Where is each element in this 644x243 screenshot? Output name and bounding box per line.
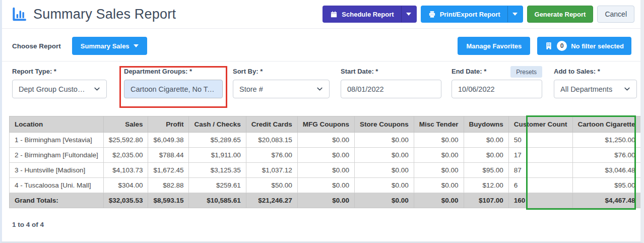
table-cell: $3,125.35	[189, 163, 246, 178]
print-export-dropdown-toggle[interactable]	[507, 6, 523, 22]
table-cell: $1,911.00	[189, 148, 246, 163]
table-cell: $0.00	[414, 133, 464, 148]
table-cell: $1,672.45	[148, 163, 189, 178]
caret-down-icon	[134, 44, 139, 47]
schedule-report-main[interactable]: Schedule Report	[323, 6, 401, 22]
table-cell: $2,035.00	[103, 148, 148, 163]
table-cell: $32,035.53	[103, 193, 148, 208]
table-cell: $16,080.00	[640, 133, 644, 148]
end-date-group: End Date: * Presets	[452, 68, 542, 109]
report-selection-bar: Choose Report Summary Sales Manage Favor…	[2, 31, 640, 60]
column-header: MFG Coupons	[297, 116, 354, 133]
pagination-summary: 1 to 4 of 4	[12, 221, 44, 228]
header-divider	[2, 28, 640, 29]
table-header-row: LocationSalesProfitCash / ChecksCredit C…	[10, 116, 644, 133]
table-cell: $1,037.12	[246, 163, 297, 178]
table-cell: $1,250.00	[572, 133, 640, 148]
column-header: Sales	[103, 116, 148, 133]
table-cell: $0.00	[355, 148, 414, 163]
table-cell: $21,246.27	[246, 193, 297, 208]
column-header: Misc Tender	[414, 116, 464, 133]
table-cell: $0.00	[414, 163, 464, 178]
table-cell: $4,467.48	[572, 193, 640, 208]
table-cell: $0.00	[414, 193, 464, 208]
start-date-label: Start Date: *	[341, 68, 441, 75]
table-cell: $0.00	[464, 133, 508, 148]
table-cell: $82.88	[148, 178, 189, 193]
report-selector-button[interactable]: Summary Sales	[72, 37, 147, 55]
column-header: Cartoon Cigarette	[572, 116, 640, 133]
choose-report-label: Choose Report	[12, 42, 61, 50]
table-cell: $0.00	[297, 148, 354, 163]
table-cell: 6	[508, 178, 572, 193]
summary-sales-report-page: Summary Sales Report Schedule Report	[0, 0, 644, 243]
table-cell: $107.00	[464, 193, 508, 208]
table-cell: 2 - Birmingham [Fultondale]	[10, 148, 104, 163]
add-to-sales-select[interactable]: All Departments	[554, 80, 637, 98]
table-cell: $0.00	[414, 148, 464, 163]
presets-button[interactable]: Presets	[510, 66, 542, 78]
filters-divider	[2, 61, 640, 62]
column-header: No Tax Depts	[640, 116, 644, 133]
table-cell: $10,585.61	[189, 193, 246, 208]
table-cell: $0.00	[297, 193, 354, 208]
grand-totals-row: Grand Totals:$32,035.53$8,593.15$10,585.…	[10, 193, 644, 208]
table-cell: 160	[508, 193, 572, 208]
calendar-icon	[330, 11, 338, 18]
caret-down-icon	[512, 13, 518, 16]
sort-by-select[interactable]: Store #	[233, 80, 330, 98]
department-groups-label: Department Groups: *	[124, 68, 223, 75]
table-cell: $50.00	[246, 178, 297, 193]
table-cell: $0.00	[297, 178, 354, 193]
chevron-down-icon	[94, 86, 100, 92]
manage-favorites-button[interactable]: Manage Favorites	[458, 37, 530, 55]
schedule-report-dropdown-toggle[interactable]	[401, 6, 416, 22]
filter-count-badge: 0	[557, 41, 567, 51]
page-title: Summary Sales Report	[33, 7, 176, 22]
chevron-down-icon	[624, 86, 630, 92]
schedule-report-label: Schedule Report	[342, 11, 394, 18]
department-groups-value: Cartoon Cigarette, No Ta…	[131, 85, 216, 93]
report-type-group: Report Type: * Dept Group Customized	[12, 68, 107, 109]
table-cell: $332.60	[640, 163, 644, 178]
schedule-report-button[interactable]: Schedule Report	[323, 6, 416, 23]
table-cell: $8,593.15	[148, 193, 189, 208]
table-cell: $0.00	[297, 163, 354, 178]
column-header: Location	[10, 116, 104, 133]
column-header: Profit	[148, 116, 189, 133]
start-date-input[interactable]	[341, 80, 441, 98]
department-groups-field[interactable]: Cartoon Cigarette, No Ta…	[124, 80, 223, 98]
print-export-main[interactable]: Print/Export Report	[421, 6, 507, 22]
table-cell: 87	[508, 163, 572, 178]
table-body: 1 - Birmingham [Vestavia]$25,592.80$6,04…	[10, 133, 644, 208]
report-type-select[interactable]: Dept Group Customized	[12, 80, 107, 98]
table-cell: $95.00	[572, 178, 640, 193]
cancel-button[interactable]: Cancel	[597, 6, 634, 23]
column-header: Store Coupons	[355, 116, 414, 133]
table-cell: $4,103.73	[103, 163, 148, 178]
column-header: Cash / Checks	[189, 116, 246, 133]
table-cell: 4 - Tuscaloosa [Uni. Mall]	[10, 178, 104, 193]
print-export-button[interactable]: Print/Export Report	[421, 6, 523, 23]
report-type-value: Dept Group Customized	[19, 85, 91, 93]
sort-by-value: Store #	[239, 85, 263, 93]
add-to-sales-group: Add to Sales: * All Departments	[554, 68, 637, 109]
end-date-input[interactable]	[452, 80, 542, 98]
table-cell: $95.00	[464, 163, 508, 178]
header-toolbar: Schedule Report Print/Export Report	[323, 6, 634, 23]
caret-down-icon	[406, 13, 411, 16]
generate-report-button[interactable]: Generate Report	[527, 6, 594, 23]
table-cell: $76.00	[572, 148, 640, 163]
report-selector-label: Summary Sales	[81, 42, 130, 50]
bar-chart-icon	[11, 6, 27, 22]
table-cell: $0.00	[355, 178, 414, 193]
start-date-group: Start Date: *	[341, 68, 441, 109]
column-header: Credit Cards	[246, 116, 297, 133]
table-cell: $0.00	[464, 148, 508, 163]
department-groups-group: Department Groups: * Cartoon Cigarette, …	[124, 68, 223, 109]
table-cell: 3 - Huntsville [Madison]	[10, 163, 104, 178]
table-cell: Grand Totals:	[10, 193, 104, 208]
table-cell: $788.44	[148, 148, 189, 163]
filter-status-button[interactable]: 0 No filter selected	[537, 37, 631, 55]
table-cell: $0.00	[414, 178, 464, 193]
